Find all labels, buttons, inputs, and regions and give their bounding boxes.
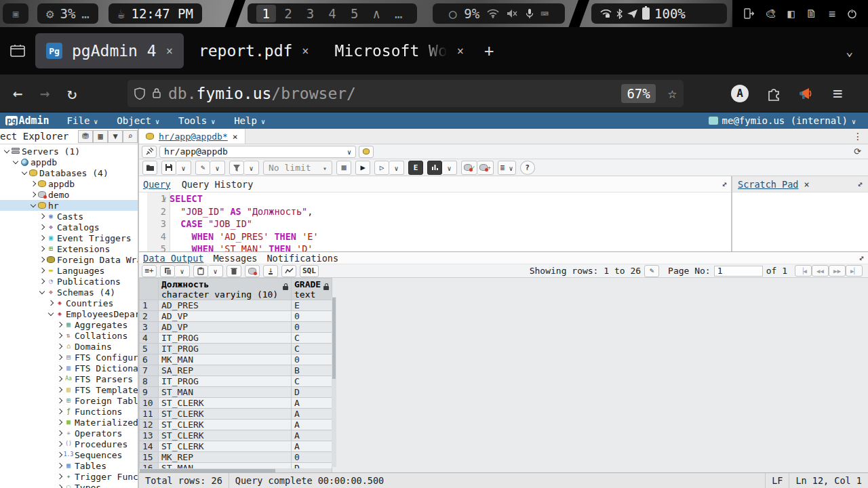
cell[interactable]: AD_VP [159,322,292,333]
code-line[interactable]: 3 CASE "JOB_ID" [171,218,731,230]
execute-dropdown[interactable]: ∨ [389,161,404,175]
cell[interactable]: ST_MAN [159,387,292,398]
list-all-tabs-icon[interactable]: ⌄ [846,44,853,58]
expand-editor-icon[interactable]: ↔ [719,178,730,189]
row-number[interactable]: 8 [140,376,159,387]
logout-icon[interactable] [744,8,754,19]
browser-tab[interactable]: PgpgAdmin 4× [35,33,184,68]
new-connection-icon[interactable] [359,146,374,158]
workspace-4[interactable]: 4 [323,5,342,22]
rollback-button[interactable]: + [477,161,493,175]
column-header[interactable]: GRADEtext [292,279,332,300]
copy-dropdown[interactable]: ∨ [175,265,190,277]
file-icon[interactable]: 🗎 [806,7,817,20]
last-page-button[interactable]: ▶▏ [846,265,863,277]
limit-selector[interactable]: No limit ▾ [263,161,332,175]
tree-item-domains[interactable]: ⌂Domains [0,341,138,352]
refresh-layout-icon[interactable]: ⟳ [854,146,865,157]
account-icon[interactable]: A [731,85,749,102]
bookmark-star-icon[interactable]: ☆ [668,85,677,102]
cell[interactable]: C [292,333,332,344]
paste-dropdown[interactable]: ∨ [208,265,223,277]
expand-icon[interactable] [56,451,64,459]
sql-editor[interactable]: 1∨SELECT2 "JOB_ID" AS "Должность",3 CASE… [139,192,731,251]
menu-icon[interactable]: ≡ [829,7,835,20]
tree-item-fts-configura[interactable]: ▤FTS Configura [0,352,138,363]
query-tool-tab[interactable]: hr/app@appdb* × [139,129,245,144]
expand-results-icon[interactable]: ↔ [856,252,867,263]
horizontal-scrollbar[interactable] [139,468,332,472]
expand-icon[interactable] [56,386,64,394]
column-header[interactable]: Должностьcharacter varying (10) [159,279,292,300]
expand-icon[interactable] [39,267,46,274]
workspace-more-icon[interactable]: … [389,5,408,22]
cell[interactable]: IT_PROG [159,376,292,387]
cell[interactable]: C [292,376,332,387]
tree-item-countries[interactable]: ◈Countries [0,298,138,308]
tree-item-fts-dictionar[interactable]: ▥FTS Dictionar [0,363,138,373]
cell[interactable]: 0 [292,452,332,463]
explain-button[interactable]: E [408,161,423,175]
cell[interactable]: B [292,365,332,376]
tree-item-fts-templates[interactable]: ▧FTS Templates [0,384,138,395]
row-number[interactable]: 7 [140,365,159,376]
app-menu-icon[interactable]: ≡ [833,84,842,103]
tree-item-languages[interactable]: ▬Languages [0,265,138,276]
tree-item-types[interactable]: ▢Types [0,482,138,488]
display-icon[interactable]: ◧ [788,7,795,20]
tree-item-materialized[interactable]: ■Materialized [0,417,138,428]
first-page-button[interactable]: ▕◀ [795,265,812,277]
row-number[interactable]: 2 [140,311,159,322]
back-button[interactable]: ← [4,84,31,103]
tree-item-foreign-data-wra[interactable]: Foreign Data Wra [0,254,138,265]
cell[interactable]: ST_CLERK [159,430,292,441]
close-tab-icon[interactable]: × [302,44,309,58]
paste-button[interactable] [193,265,208,277]
expand-icon[interactable] [56,484,64,488]
collapse-icon[interactable] [39,289,46,296]
tree-item-functions[interactable]: ƒFunctions [0,406,138,417]
filter-icon-button[interactable]: ▼ [108,130,123,143]
firefox-view-icon[interactable] [0,44,35,58]
expand-icon[interactable] [56,408,64,415]
expand-icon[interactable] [56,375,64,383]
cursor-position-label[interactable]: Ln 12, Col 1 [789,473,868,488]
execute-script-button[interactable]: ▷ [374,161,389,175]
row-number[interactable]: 3 [140,322,159,333]
tree-item-collations[interactable]: ⇅Collations [0,330,138,341]
edit-rows-pencil-button[interactable]: ✎ [644,265,659,277]
cell[interactable]: 0 [292,311,332,322]
tab-notifications[interactable]: Notifications [267,253,338,264]
tree-item-publications[interactable]: ◔Publications [0,276,138,287]
tree-item-operators[interactable]: ✳Operators [0,428,138,439]
panel-kebab-menu-icon[interactable]: ⋮ [853,131,868,142]
launcher-button[interactable]: ▣ [3,3,28,24]
cell[interactable]: ST_CLERK [159,409,292,420]
workspace-up-icon[interactable]: ∧ [367,5,387,22]
database-icon-button[interactable]: ⛃ [78,130,93,143]
cell[interactable]: A [292,441,332,452]
add-row-button[interactable]: ≡+ [142,265,157,277]
cell[interactable]: ST_CLERK [159,398,292,409]
workspace-5[interactable]: 5 [344,5,364,22]
eol-indicator[interactable]: LF [765,473,789,488]
copy-button[interactable] [160,265,175,277]
close-tab-icon[interactable]: × [233,131,238,142]
expand-scratch-pad-icon[interactable]: ↔ [854,178,865,189]
tree-item-procedures[interactable]: ()Procedures [0,439,138,449]
cell[interactable]: ST_CLERK [159,441,292,452]
workspace-3[interactable]: 3 [300,5,320,22]
download-button[interactable]: ↓ [263,265,278,277]
collapse-icon[interactable] [30,202,37,209]
expand-icon[interactable] [30,180,37,188]
collapse-icon[interactable] [12,159,20,166]
expand-icon[interactable] [56,397,64,405]
cell[interactable]: E [292,300,332,311]
cell[interactable]: AD_VP [159,311,292,322]
save-data-button[interactable] [245,265,260,277]
fold-icon[interactable]: ∨ [163,192,170,205]
cell[interactable]: IT_PROG [159,333,292,344]
macros-button[interactable]: ≣∨ [498,161,516,175]
expand-icon[interactable] [39,213,46,220]
tree-item-tables[interactable]: ▦Tables [0,460,138,471]
